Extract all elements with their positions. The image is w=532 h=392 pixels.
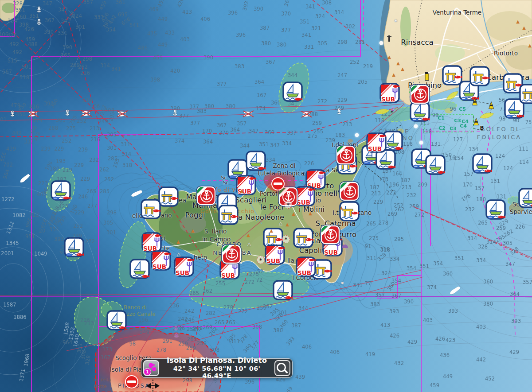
no-entry-icon[interactable] [125, 375, 138, 388]
depth-sounding: 305 [503, 240, 512, 246]
depth-sounding: 167 [257, 92, 266, 98]
depth-sounding: 518 [20, 74, 29, 81]
place-label: Isola di Pian [110, 366, 146, 373]
depth-sounding: 131 [431, 141, 441, 147]
depth-sounding: 124 [503, 165, 513, 171]
marina-icon[interactable] [282, 82, 303, 102]
depth-sounding: 259 [312, 120, 322, 126]
dive-site-icon[interactable]: SUB [265, 245, 285, 265]
depth-sounding: 656 [0, 151, 8, 162]
depth-sounding: 351 [454, 255, 464, 261]
depth-sounding: 387 [260, 25, 270, 31]
depth-sounding: 246 [78, 194, 88, 200]
marina-icon[interactable] [273, 280, 293, 300]
depth-sounding: 180 [476, 196, 486, 202]
depth-sounding: 275 [369, 235, 379, 241]
depth-sounding: 354 [8, 18, 17, 24]
pier-icon[interactable] [293, 228, 313, 248]
harbor-anchor-icon[interactable] [196, 186, 216, 206]
depth-sounding: 351 [29, 13, 39, 19]
depth-sounding: 278 [156, 347, 166, 353]
harbor-anchor-icon[interactable] [410, 84, 430, 105]
pier-icon[interactable] [141, 199, 161, 219]
search-button[interactable] [274, 360, 290, 376]
depth-sounding: 242 [184, 308, 194, 314]
dive-site-icon[interactable]: SUB [151, 250, 171, 271]
depth-sounding: 216 [80, 70, 90, 76]
pier-icon[interactable] [442, 65, 462, 85]
dive-site-icon[interactable]: SUB [174, 256, 194, 277]
peak-triangle-icon: ▲ [309, 211, 312, 216]
depth-sounding: 380 [261, 40, 271, 47]
depth-sounding: 229 [74, 162, 84, 168]
depth-sounding: 436 [440, 352, 450, 358]
marina-icon[interactable] [485, 199, 506, 220]
marina-icon[interactable] [472, 153, 493, 174]
marina-icon[interactable] [425, 155, 446, 175]
depth-sounding: 364 [254, 79, 264, 85]
depth-sounding: 265 [215, 319, 224, 326]
depth-sounding: 295 [394, 236, 404, 242]
marina-icon[interactable] [51, 180, 71, 201]
depth-sounding: 272 [238, 308, 248, 314]
depth-sounding: 341 [301, 32, 311, 38]
depth-sounding: 367 [266, 59, 275, 65]
pier-icon[interactable] [158, 186, 179, 207]
pier-icon[interactable] [339, 201, 360, 221]
depth-sounding: 393 [511, 318, 521, 324]
map-cursor-crosshair[interactable] [143, 380, 163, 392]
marina-icon[interactable] [129, 259, 150, 279]
depth-sounding: 06 [94, 103, 100, 109]
marina-icon[interactable] [518, 188, 532, 208]
depth-sounding: 360 [443, 271, 453, 277]
peak-triangle-icon: ▲ [396, 61, 400, 66]
pier-icon[interactable] [218, 205, 239, 225]
poi-marker-button[interactable]: 1 [143, 360, 159, 376]
depth-sounding: 278 [223, 304, 233, 310]
depth-sounding: 429 [407, 339, 417, 345]
marina-icon[interactable] [64, 237, 84, 257]
no-entry-icon[interactable] [271, 177, 285, 190]
depth-sounding: 341 [353, 282, 363, 288]
place-label: zzo Canale [126, 311, 155, 317]
depth-sounding: 75 [525, 119, 532, 125]
peak-triangle-icon: ▲ [392, 72, 395, 77]
depth-sounding: 1886 [13, 314, 26, 320]
harbor-anchor-icon[interactable] [320, 225, 340, 245]
depth-sounding: 301 [107, 145, 117, 151]
buoy-icon[interactable] [488, 101, 495, 110]
depth-sounding: 341 [111, 66, 121, 72]
depth-sounding: 262 [99, 167, 109, 173]
daymark-icon [36, 19, 42, 26]
depth-sounding: 239 [78, 147, 88, 153]
depth-sounding: 321 [311, 25, 321, 31]
svg-text:SUB: SUB [381, 96, 395, 103]
marina-icon[interactable] [106, 310, 127, 330]
depth-sounding: 357 [523, 279, 532, 285]
poi-info-bar: 1 Isola Di Pianosa. Divieto 42° 34' 56.6… [141, 358, 293, 378]
marina-icon[interactable] [246, 151, 266, 171]
dive-site-icon[interactable]: SUB [141, 232, 162, 252]
peak-triangle-icon: ▲ [270, 228, 273, 233]
harbor-anchor-icon[interactable] [221, 244, 242, 264]
dive-site-icon[interactable]: SUB [296, 256, 316, 277]
svg-text:SUB: SUB [368, 145, 382, 152]
buoy-icon[interactable] [472, 98, 478, 106]
place-label: ano [160, 212, 172, 219]
dive-site-icon[interactable]: SUB [366, 132, 387, 153]
buoy-icon[interactable] [473, 118, 480, 126]
place-label: C5 [459, 106, 466, 112]
pier-icon[interactable] [469, 66, 490, 86]
depth-sounding: 390 [63, 44, 72, 50]
daymark-icon [65, 109, 70, 116]
depth-sounding: 281 [355, 39, 365, 45]
dive-site-icon[interactable]: SUB [379, 83, 400, 103]
depth-sounding: 275 [66, 125, 76, 132]
harbor-anchor-icon[interactable] [336, 145, 356, 165]
dive-site-icon[interactable]: SUB [236, 175, 256, 195]
depth-sounding: 413 [182, 9, 192, 15]
pier-icon[interactable] [519, 84, 532, 104]
depth-sounding: 170 [463, 182, 473, 188]
harbor-anchor-icon[interactable] [339, 181, 360, 202]
depth-sounding: 252 [77, 118, 86, 124]
